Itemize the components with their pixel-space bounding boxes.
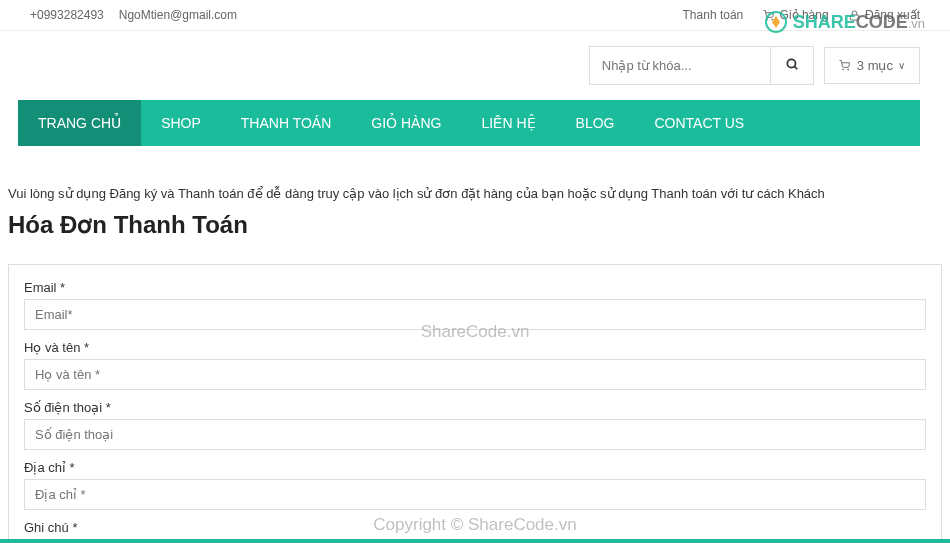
content: Vui lòng sử dụng Đăng ký và Thanh toán đ…	[0, 146, 950, 543]
nav-checkout[interactable]: THANH TOÁN	[221, 100, 352, 146]
nav-home[interactable]: TRANG CHỦ	[18, 100, 141, 146]
nav-cart[interactable]: GIỎ HÀNG	[351, 100, 461, 146]
email-label: Email *	[24, 280, 926, 295]
name-label: Họ và tên *	[24, 340, 926, 355]
topbar-left: +0993282493 NgoMtien@gmail.com	[30, 8, 237, 22]
phone-text: +0993282493	[30, 8, 104, 22]
search-input[interactable]	[590, 48, 770, 83]
nav-shop[interactable]: SHOP	[141, 100, 221, 146]
nav-blog[interactable]: BLOG	[556, 100, 635, 146]
phone-field[interactable]	[24, 419, 926, 450]
phone-label: Số điện thoại *	[24, 400, 926, 415]
search-icon	[785, 57, 799, 71]
address-field[interactable]	[24, 479, 926, 510]
svg-line-4	[794, 67, 797, 70]
nav-contact-us[interactable]: CONTACT US	[634, 100, 764, 146]
email-text: NgoMtien@gmail.com	[119, 8, 237, 22]
watermark-logo: SHARECODE.vn	[764, 10, 925, 34]
note-label: Ghi chú *	[24, 520, 926, 535]
svg-point-6	[848, 69, 849, 70]
name-field[interactable]	[24, 359, 926, 390]
bottom-border	[0, 539, 950, 543]
sharecode-icon	[764, 10, 788, 34]
chevron-down-icon: ∨	[898, 60, 905, 71]
address-label: Địa chỉ *	[24, 460, 926, 475]
navbar: TRANG CHỦ SHOP THANH TOÁN GIỎ HÀNG LIÊN …	[18, 100, 920, 146]
search-button[interactable]	[770, 47, 813, 84]
svg-point-5	[842, 69, 843, 70]
svg-point-3	[787, 59, 795, 67]
wm-code: CODE	[856, 12, 908, 32]
email-field[interactable]	[24, 299, 926, 330]
checkout-link[interactable]: Thanh toán	[683, 8, 744, 22]
cart-icon	[839, 60, 850, 71]
wm-share: SHARE	[793, 12, 856, 32]
search-box	[589, 46, 814, 85]
billing-form: Email * Họ và tên * Số điện thoại * Địa …	[8, 264, 942, 543]
intro-text: Vui lòng sử dụng Đăng ký và Thanh toán đ…	[8, 186, 942, 201]
wm-vn: .vn	[908, 16, 925, 31]
nav-contact-vi[interactable]: LIÊN HỆ	[461, 100, 555, 146]
cart-count-text: 3 mục	[857, 58, 893, 73]
header-row: 3 mục ∨	[0, 31, 950, 100]
cart-button[interactable]: 3 mục ∨	[824, 47, 920, 84]
page-title: Hóa Đơn Thanh Toán	[8, 211, 942, 239]
